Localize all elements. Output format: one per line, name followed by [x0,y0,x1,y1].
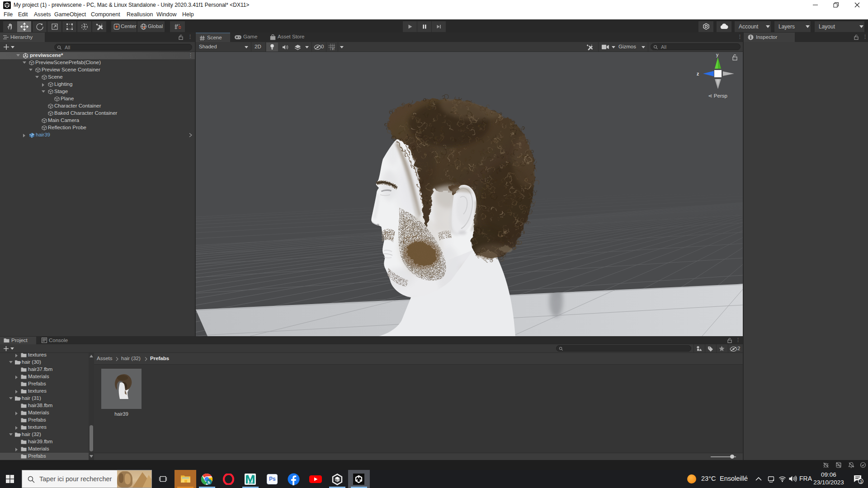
svg-text:MAYA: MAYA [249,482,255,484]
svg-text:⋖ Persp: ⋖ Persp [708,93,727,99]
svg-text:z: z [697,71,699,76]
svg-text:3: 3 [860,479,862,484]
svg-text:Y: Y [332,47,334,51]
svg-text:y: y [716,52,719,57]
svg-text:h: h [208,480,210,485]
